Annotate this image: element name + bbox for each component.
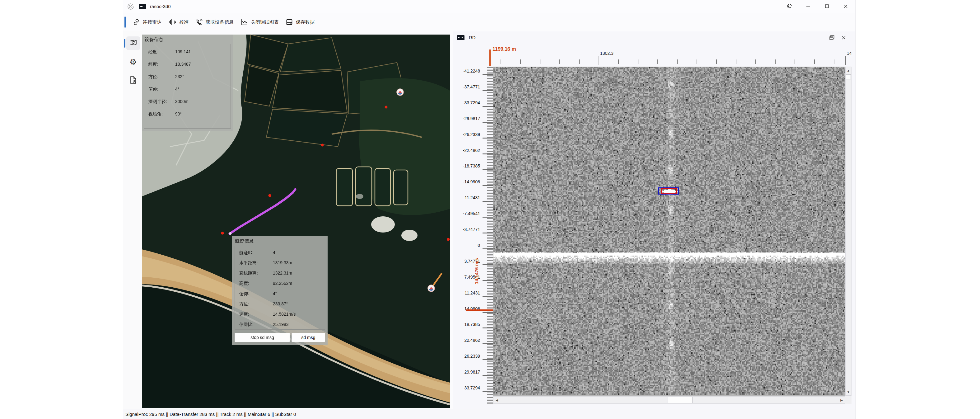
link-icon (132, 18, 140, 26)
toolbar-button-2[interactable]: 获取设备信息 (196, 18, 234, 26)
sidebar-item-report[interactable] (126, 74, 140, 88)
rd-intensity-canvas (493, 67, 845, 396)
float-panel-icon[interactable] (828, 34, 836, 41)
y-axis-major-tick (482, 153, 493, 155)
y-axis-tick-label: -18.7385 (453, 163, 480, 169)
x-axis-tick (657, 59, 658, 64)
sd-msg-button[interactable]: sd msg (291, 333, 325, 342)
info-row-value: 14.5821m/s (273, 312, 296, 317)
y-axis-tick-label: -26.2339 (453, 132, 480, 137)
x-axis-tick (520, 59, 521, 64)
y-axis-major-tick (482, 312, 493, 313)
y-axis-tick-label: -11.2431 (453, 195, 480, 200)
scroll-down-icon[interactable]: ▼ (846, 389, 851, 395)
y-axis-major-tick (482, 328, 493, 328)
x-axis-tick (579, 59, 580, 64)
y-axis-major-tick (482, 359, 493, 360)
x-axis-label: 1302.3 (600, 51, 614, 56)
maximize-icon[interactable] (821, 2, 833, 11)
x-axis-tick (501, 59, 501, 64)
drone-marker (397, 89, 404, 96)
app-badge-icon (139, 4, 146, 9)
vertical-scroll-thumb[interactable] (846, 74, 851, 80)
scroll-left-icon[interactable]: ◀ (493, 397, 500, 403)
status-text: SignalProc 295 ms || Data-Transfer 283 m… (126, 411, 296, 417)
toolbar-button-3[interactable]: 关闭调试图表 (240, 18, 279, 26)
rd-badge-icon (457, 35, 465, 40)
y-axis-major-tick (482, 264, 493, 265)
info-row-value: 109.141 (175, 49, 191, 54)
y-axis-major-tick (482, 249, 493, 249)
scroll-right-icon[interactable]: ▶ (838, 397, 845, 403)
target-box-inner (661, 188, 677, 194)
toolbar-button-1[interactable]: 校准 (168, 18, 189, 26)
info-row-label: 视场角: (148, 112, 163, 117)
x-axis-tick (814, 59, 815, 64)
theme-toggle-icon[interactable] (784, 2, 795, 11)
radar-logo-icon (127, 3, 134, 10)
y-axis-major-tick (482, 74, 493, 75)
y-axis-tick-label: -29.9817 (453, 116, 480, 121)
x-axis-tick (775, 59, 776, 64)
rd-horizontal-scrollbar[interactable]: ◀ ▶ (493, 396, 845, 404)
x-axis-tick (834, 59, 834, 64)
speed-marker (466, 309, 494, 311)
toolbar: 连接雷达校准获取设备信息关闭调试图表保存数据 (123, 14, 855, 30)
speed-marker-label: 14.1476 m/s (474, 249, 479, 293)
y-axis-major-tick (482, 122, 493, 123)
track-info-panel: 航迹信息 航迹ID:4水平距离:1319.33m直线距离:1322.31m高度:… (232, 236, 328, 345)
info-row-value: 18.3487 (175, 62, 191, 67)
y-axis-major-tick (482, 217, 493, 218)
document-clock-icon (129, 76, 137, 85)
info-row-label: 俯仰: (239, 291, 249, 297)
info-row-label: 俯仰: (148, 86, 158, 92)
save-icon (286, 18, 293, 26)
y-axis-tick-label: 26.2339 (453, 354, 480, 358)
info-row-value: 25.1983 (273, 322, 289, 327)
scrollbar-corner (845, 396, 851, 404)
y-axis-tick-label: -22.4862 (453, 148, 480, 153)
info-row-label: 方位: (148, 74, 158, 80)
info-row-value: 233.87° (273, 301, 288, 306)
toolbar-button-label: 连接雷达 (143, 19, 161, 25)
x-axis-tick (638, 59, 638, 64)
info-row-label: 纬度: (148, 62, 158, 67)
info-row-label: 高度: (239, 281, 249, 287)
rd-intensity-plot[interactable] (493, 67, 845, 396)
x-axis-tick (697, 59, 697, 64)
x-axis-tick (540, 59, 540, 64)
close-icon[interactable] (840, 2, 851, 11)
scroll-up-icon[interactable]: ▲ (846, 67, 851, 74)
map-view[interactable]: 设备信息 经度:109.141纬度:18.3487方位:232°俯仰:4°探测半… (142, 35, 450, 408)
rd-vertical-scrollbar[interactable]: ▲ ▼ (845, 67, 851, 396)
info-row-label: 直线距离: (239, 271, 258, 276)
toolbar-button-label: 获取设备信息 (206, 19, 234, 25)
info-row-label: 经度: (148, 49, 158, 55)
y-axis-major-tick (482, 201, 493, 202)
chart-icon (240, 18, 248, 26)
status-bar: SignalProc 295 ms || Data-Transfer 283 m… (123, 409, 855, 419)
toolbar-button-0[interactable]: 连接雷达 (132, 18, 161, 26)
toolbar-button-4[interactable]: 保存数据 (286, 18, 315, 26)
x-axis-tick (677, 59, 678, 64)
y-axis-major-tick (482, 169, 493, 170)
titlebar: rasoc-3d0 (123, 0, 855, 13)
y-axis-tick-label: 0 (453, 243, 480, 248)
y-axis-tick-label: 18.7385 (453, 322, 480, 327)
sidebar-item-map-view[interactable] (126, 37, 140, 50)
horizontal-scroll-thumb[interactable] (668, 397, 692, 403)
minimize-icon[interactable] (802, 2, 814, 11)
info-row-value: 1322.31m (273, 271, 292, 276)
sidebar-item-settings[interactable]: ⚙ (126, 55, 140, 69)
gear-icon: ⚙ (129, 57, 137, 67)
stop-sd-msg-button[interactable]: stop sd msg (235, 333, 290, 342)
target-box-outer (658, 187, 679, 194)
toolbar-button-label: 校准 (179, 19, 189, 25)
info-row-value: 4 (273, 250, 275, 255)
toolbar-button-label: 保存数据 (296, 19, 315, 25)
y-axis-major-tick (482, 280, 493, 281)
x-axis-label: 14 (847, 51, 852, 56)
rd-panel-header: RD (453, 32, 855, 44)
x-axis-tick (756, 59, 756, 64)
close-panel-icon[interactable] (840, 34, 848, 41)
